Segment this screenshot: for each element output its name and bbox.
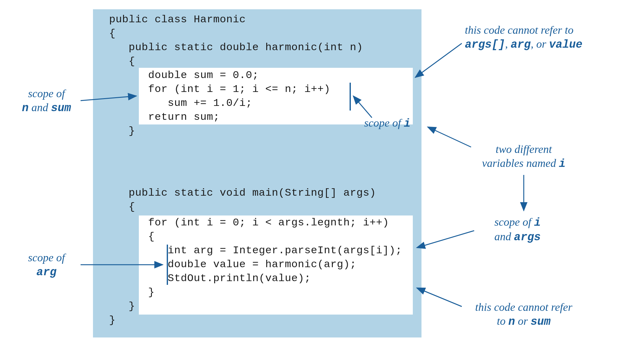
- code-line-6: for (int i = 1; i <= n; i++): [109, 83, 330, 95]
- annotation-code: n: [22, 102, 29, 115]
- code-line-1: public class Harmonic: [109, 14, 246, 25]
- annotation-code: arg: [511, 38, 531, 51]
- code-line-16: StdOut.println(value);: [109, 272, 311, 284]
- annotation-code: i: [404, 117, 411, 130]
- annotation-scope-i: scope of i: [364, 116, 426, 131]
- code-line-5: double sum = 0.0;: [109, 69, 259, 81]
- annotation-scope-arg: scope of arg: [15, 251, 77, 279]
- code-line-13: {: [109, 231, 155, 242]
- annotation-text: scope of: [494, 216, 534, 228]
- annotation-text: scope of: [28, 251, 65, 264]
- code-line-3: public static double harmonic(int n): [109, 41, 363, 53]
- scope-bar-arg: [167, 245, 168, 285]
- code-line-17: }: [109, 286, 155, 298]
- code-line-2: {: [109, 28, 116, 39]
- annotation-code: i: [534, 216, 541, 229]
- annotation-cannot-args: this code cannot refer to args[], arg, o…: [465, 23, 626, 52]
- code-line-14: int arg = Integer.parseInt(args[i]);: [109, 245, 402, 256]
- annotation-text: this code cannot refer: [475, 301, 572, 313]
- annotation-code: args[]: [465, 38, 505, 51]
- annotation-text: and: [29, 101, 51, 114]
- annotation-code: sum: [51, 102, 71, 115]
- annotation-text: scope of: [364, 117, 404, 129]
- arrow-cannot-n-sum: [417, 288, 462, 307]
- code-line-10: public static void main(String[] args): [109, 187, 376, 199]
- annotation-text: or: [515, 315, 531, 327]
- annotation-scope-n-sum: scope of n and sum: [15, 87, 77, 115]
- annotation-text: to: [497, 315, 508, 327]
- code-line-11: {: [109, 201, 135, 213]
- annotation-text: scope of: [28, 87, 65, 100]
- diagram-stage: public class Harmonic { public static do…: [0, 0, 644, 348]
- arrow-scope-i-args: [417, 231, 474, 248]
- code-line-9: }: [109, 125, 135, 137]
- code-line-18: }: [109, 300, 135, 312]
- annotation-text: two different: [496, 143, 552, 155]
- scope-bar-i-top: [350, 83, 351, 111]
- annotation-code: value: [549, 38, 582, 51]
- annotation-scope-i-args: scope of i and args: [477, 215, 558, 244]
- annotation-text: ,: [505, 38, 511, 50]
- annotation-text: this code cannot refer to: [465, 24, 574, 36]
- annotation-text: variables named: [482, 157, 559, 169]
- code-line-8: return sum;: [109, 111, 220, 123]
- annotation-code: sum: [531, 315, 551, 328]
- code-line-15: double value = harmonic(arg);: [109, 259, 356, 270]
- code-line-4: {: [109, 55, 135, 67]
- annotation-code: i: [559, 158, 566, 170]
- annotation-two-i: two different variables named i: [465, 142, 583, 171]
- code-line-19: }: [109, 314, 116, 326]
- arrow-cannot-args: [415, 43, 462, 77]
- code-line-7: sum += 1.0/i;: [109, 97, 252, 109]
- annotation-text: , or: [531, 38, 549, 50]
- annotation-code: arg: [37, 266, 57, 279]
- annotation-code: args: [514, 231, 540, 244]
- code-line-12: for (int i = 0; i < args.legnth; i++): [109, 217, 389, 228]
- annotation-code: n: [508, 315, 515, 328]
- annotation-cannot-n-sum: this code cannot refer to n or sum: [459, 300, 589, 329]
- annotation-text: and: [494, 230, 514, 243]
- arrow-two-i-upper: [428, 127, 471, 147]
